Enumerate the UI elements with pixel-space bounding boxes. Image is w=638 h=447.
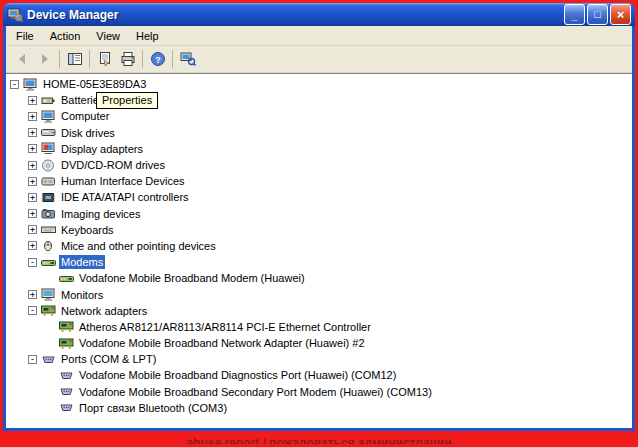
tree-item[interactable]: Atheros AR8121/AR8113/AR8114 PCI-E Ether…: [6, 319, 632, 335]
toolbar-separator: [172, 50, 173, 68]
device-manager-window: Device Manager _ □ × FileActionViewHelp …: [3, 3, 635, 431]
menu-help[interactable]: Help: [128, 28, 167, 44]
imaging-device-icon: [41, 207, 56, 220]
tree-item[interactable]: +IDE ATA/ATAPI controllers: [6, 189, 632, 205]
menu-bar: FileActionViewHelp: [6, 26, 632, 46]
tree-item-label: Imaging devices: [59, 207, 143, 221]
close-button[interactable]: ×: [610, 4, 631, 25]
toolbar-separator: [59, 50, 60, 68]
expand-toggle[interactable]: +: [28, 241, 37, 250]
ide-controller-icon: [41, 191, 56, 204]
print-icon: [120, 51, 136, 67]
tree-item[interactable]: Порт связи Bluetooth (COM3): [6, 400, 632, 416]
battery-icon: [41, 94, 56, 107]
abuse-report-link[interactable]: abuse report / пожаловаться администраци…: [186, 436, 451, 444]
tree-item[interactable]: +Display adapters: [6, 141, 632, 157]
serial-port-icon: [59, 401, 74, 414]
expand-toggle[interactable]: +: [28, 112, 37, 121]
tree-item-label: Keyboards: [59, 223, 116, 237]
properties-icon: [97, 51, 113, 67]
collapse-toggle[interactable]: -: [28, 355, 37, 364]
window-body: FileActionViewHelp ? Properties -HOME-05…: [3, 26, 635, 431]
network-adapter-icon: [59, 337, 74, 350]
tree-item-label: Human Interface Devices: [59, 174, 187, 188]
forward-icon: [37, 51, 53, 67]
tree-item[interactable]: +Keyboards: [6, 222, 632, 238]
menu-action[interactable]: Action: [42, 28, 89, 44]
expand-toggle[interactable]: +: [28, 144, 37, 153]
show-hide-console-tree-button[interactable]: [63, 48, 86, 70]
tree-item[interactable]: -Network adapters: [6, 303, 632, 319]
properties-tooltip: Properties: [96, 92, 158, 109]
tree-item-label: Computer: [59, 109, 111, 123]
display-adapter-icon: [41, 142, 56, 155]
tree-item[interactable]: +Imaging devices: [6, 206, 632, 222]
tree-item-label: Ports (COM & LPT): [59, 352, 158, 366]
hid-icon: [41, 175, 56, 188]
serial-port-icon: [59, 369, 74, 382]
tree-item[interactable]: Vodafone Mobile Broadband Network Adapte…: [6, 335, 632, 351]
tree-item[interactable]: +Computer: [6, 108, 632, 124]
dvd-drive-icon: [41, 159, 56, 172]
tree-item[interactable]: -HOME-05E3E89DA3: [6, 76, 632, 92]
tree-item-label: Network adapters: [59, 304, 149, 318]
tree-item-label: Vodafone Mobile Broadband Network Adapte…: [77, 336, 367, 350]
tree-item[interactable]: +Mice and other pointing devices: [6, 238, 632, 254]
toolbar-separator: [142, 50, 143, 68]
keyboard-icon: [41, 223, 56, 236]
tree-item[interactable]: +Monitors: [6, 286, 632, 302]
svg-text:?: ?: [155, 55, 161, 65]
collapse-toggle[interactable]: -: [10, 80, 19, 89]
tree-item-label: Monitors: [59, 288, 105, 302]
monitor-icon: [41, 288, 56, 301]
serial-port-icon: [41, 353, 56, 366]
collapse-toggle[interactable]: -: [28, 258, 37, 267]
menu-file[interactable]: File: [8, 28, 42, 44]
network-adapter-icon: [41, 304, 56, 317]
minimize-button[interactable]: _: [564, 4, 585, 25]
tree-item-label: Disk drives: [59, 126, 117, 140]
tree-item[interactable]: -Modems: [6, 254, 632, 270]
tree-item-label: Atheros AR8121/AR8113/AR8114 PCI-E Ether…: [77, 320, 373, 334]
tree-item-label: Порт связи Bluetooth (COM3): [77, 401, 229, 415]
expand-toggle[interactable]: +: [28, 290, 37, 299]
network-adapter-icon: [59, 320, 74, 333]
window-title: Device Manager: [27, 8, 564, 22]
expand-toggle[interactable]: +: [28, 177, 37, 186]
computer-icon: [23, 78, 38, 91]
help-button[interactable]: ?: [146, 48, 169, 70]
tree-item[interactable]: Vodafone Mobile Broadband Diagnostics Po…: [6, 367, 632, 383]
scan-hardware-button[interactable]: [176, 48, 199, 70]
scan-hardware-icon: [180, 51, 196, 67]
title-bar[interactable]: Device Manager _ □ ×: [3, 3, 635, 26]
toolbar-separator: [89, 50, 90, 68]
show-hide-console-tree-icon: [67, 51, 83, 67]
properties-button[interactable]: [93, 48, 116, 70]
tree-item-label: Vodafone Mobile Broadband Secondary Port…: [77, 385, 434, 399]
disk-drive-icon: [41, 126, 56, 139]
back-icon: [14, 51, 30, 67]
menu-view[interactable]: View: [88, 28, 128, 44]
expand-toggle[interactable]: +: [28, 128, 37, 137]
tree-item[interactable]: -Ports (COM & LPT): [6, 351, 632, 367]
collapse-toggle[interactable]: -: [28, 306, 37, 315]
expand-toggle[interactable]: +: [28, 225, 37, 234]
print-button[interactable]: [116, 48, 139, 70]
tree-item[interactable]: +DVD/CD-ROM drives: [6, 157, 632, 173]
serial-port-icon: [59, 385, 74, 398]
maximize-button[interactable]: □: [587, 4, 608, 25]
tree-item[interactable]: Vodafone Mobile Broadband Modem (Huawei): [6, 270, 632, 286]
tree-item-label: Modems: [59, 255, 105, 269]
expand-toggle[interactable]: +: [28, 193, 37, 202]
back-button[interactable]: [10, 48, 33, 70]
tree-item-label: Vodafone Mobile Broadband Modem (Huawei): [77, 271, 307, 285]
footer-banner: abuse report / пожаловаться администраци…: [3, 431, 635, 444]
expand-toggle[interactable]: +: [28, 96, 37, 105]
tree-item-label: DVD/CD-ROM drives: [59, 158, 167, 172]
expand-toggle[interactable]: +: [28, 161, 37, 170]
tree-item[interactable]: Vodafone Mobile Broadband Secondary Port…: [6, 384, 632, 400]
tree-item[interactable]: +Disk drives: [6, 125, 632, 141]
expand-toggle[interactable]: +: [28, 209, 37, 218]
forward-button[interactable]: [33, 48, 56, 70]
tree-item[interactable]: +Human Interface Devices: [6, 173, 632, 189]
